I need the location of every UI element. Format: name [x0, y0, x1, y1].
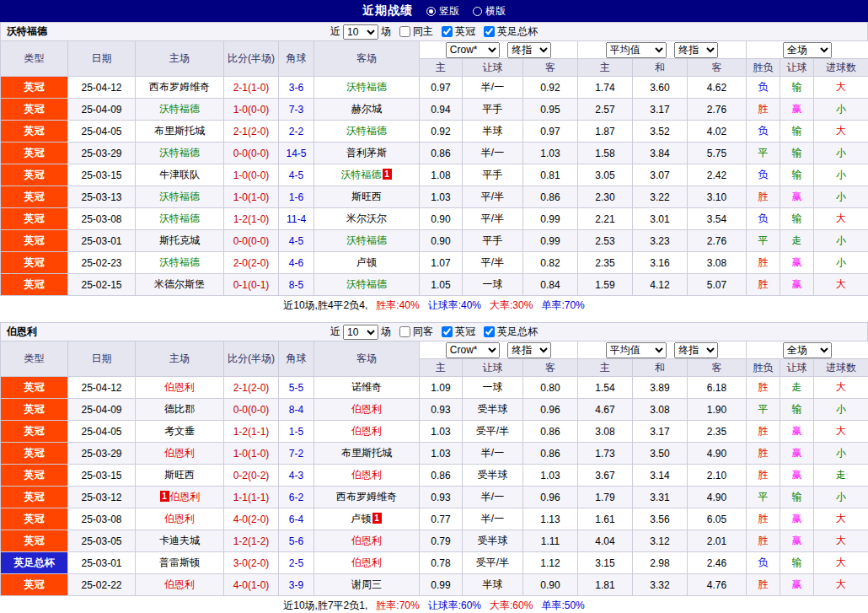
team-link[interactable]: 沃特福德 — [159, 147, 200, 159]
home-team-cell: 伯恩利 — [136, 443, 224, 465]
bookmaker-stage-select[interactable]: 终指 — [507, 42, 551, 58]
match-score[interactable]: 1-0(0-0) — [224, 99, 279, 121]
team-link[interactable]: 斯托克城 — [159, 234, 200, 246]
team-link[interactable]: 沃特福德 — [346, 234, 387, 246]
team-link[interactable]: 诺维奇 — [351, 381, 382, 393]
same-venue-checkbox[interactable] — [399, 326, 410, 337]
match-score[interactable]: 3-0(2-0) — [224, 552, 279, 574]
match-date: 25-04-05 — [68, 421, 136, 443]
league-checkbox[interactable] — [442, 326, 453, 337]
match-score[interactable]: 0-0(0-0) — [224, 230, 279, 252]
team-link[interactable]: 伯恩利 — [164, 447, 195, 459]
team-link[interactable]: 伯恩利 — [164, 513, 195, 524]
team-link[interactable]: 卡迪夫城 — [159, 535, 200, 546]
match-date: 25-03-08 — [68, 208, 136, 230]
match-score[interactable]: 1-0(0-0) — [224, 164, 279, 186]
summary-handicap-rate: 让球率:40% — [428, 298, 481, 313]
team-link[interactable]: 德比郡 — [164, 403, 195, 415]
match-score[interactable]: 2-0(2-0) — [224, 252, 279, 274]
euro-draw-odds: 3.84 — [633, 142, 688, 164]
cup-checkbox[interactable] — [484, 326, 495, 337]
corner-score: 4-3 — [279, 465, 314, 487]
match-score[interactable]: 4-0(1-0) — [224, 574, 279, 596]
match-score[interactable]: 0-0(0-0) — [224, 142, 279, 164]
team-link[interactable]: 赫尔城 — [351, 103, 382, 115]
team-link[interactable]: 沃特福德 — [159, 212, 200, 224]
match-count-select[interactable]: 10 — [343, 325, 378, 340]
team-link[interactable]: 沃特福德 — [159, 103, 200, 115]
match-score[interactable]: 1-2(1-2) — [224, 530, 279, 552]
team-link[interactable]: 伯恩利 — [164, 381, 195, 393]
team-link[interactable]: 牛津联队 — [159, 169, 200, 180]
team-link[interactable]: 斯旺西 — [351, 191, 382, 202]
team-link[interactable]: 沃特福德 — [346, 81, 387, 93]
match-score[interactable]: 2-1(1-0) — [224, 77, 279, 99]
match-score[interactable]: 2-1(2-0) — [224, 121, 279, 142]
team-link[interactable]: 布里斯托城 — [154, 125, 205, 137]
team-link[interactable]: 西布罗姆维奇 — [336, 491, 397, 503]
team-link[interactable]: 米德尔斯堡 — [154, 278, 205, 290]
team-link[interactable]: 普利茅斯 — [346, 147, 387, 159]
match-score[interactable]: 2-1(2-0) — [224, 377, 279, 399]
match-row: 英冠25-04-12西布罗姆维奇2-1(1-0)3-6沃特福德0.97半/一0.… — [1, 77, 868, 99]
match-result: 胜 — [747, 99, 780, 121]
team-link[interactable]: 沃特福德 — [159, 191, 200, 202]
team-link[interactable]: 伯恩利 — [351, 535, 382, 546]
match-score[interactable]: 1-2(1-0) — [224, 208, 279, 230]
away-team-cell: 沃特福德 — [314, 274, 420, 296]
team-link[interactable]: 沃特福德 — [341, 169, 382, 180]
bookmaker-select[interactable]: Crow* — [446, 342, 500, 358]
match-score[interactable]: 1-0(1-0) — [224, 443, 279, 465]
team-link[interactable]: 布里斯托城 — [341, 447, 392, 459]
team-link[interactable]: 伯恩利 — [164, 578, 195, 590]
layout-radio-horizontal[interactable]: 横版 — [473, 4, 506, 19]
league-type-badge: 英冠 — [1, 399, 68, 421]
match-score[interactable]: 4-0(2-0) — [224, 508, 279, 530]
team-link[interactable]: 米尔沃尔 — [346, 212, 387, 224]
team-link[interactable]: 伯恩利 — [351, 425, 382, 437]
team-link[interactable]: 普雷斯顿 — [159, 557, 200, 568]
asian-home-odds: 0.78 — [420, 552, 463, 574]
team-link[interactable]: 伯恩利 — [351, 403, 382, 415]
average-select[interactable]: 平均值 — [606, 42, 667, 58]
layout-radio-vertical[interactable]: 竖版 — [426, 4, 459, 19]
match-score[interactable]: 0-0(0-0) — [224, 399, 279, 421]
team-link[interactable]: 沃特福德 — [346, 125, 387, 137]
bookmaker-stage-select[interactable]: 终指 — [507, 342, 551, 358]
away-team-cell: 伯恩利 — [314, 465, 420, 487]
team-link[interactable]: 伯恩利 — [170, 491, 201, 503]
match-score[interactable]: 1-2(1-1) — [224, 421, 279, 443]
team-link[interactable]: 谢周三 — [351, 578, 382, 590]
scope-select[interactable]: 全场 — [783, 42, 832, 58]
col-asian-result-header: 让球 — [780, 359, 814, 377]
cup-checkbox[interactable] — [484, 26, 495, 37]
league-type-badge: 英足总杯 — [1, 552, 68, 574]
team-link[interactable]: 伯恩利 — [351, 469, 382, 481]
league-checkbox[interactable] — [442, 26, 453, 37]
match-score[interactable]: 0-2(0-2) — [224, 465, 279, 487]
match-score[interactable]: 1-1(1-1) — [224, 487, 279, 508]
match-count-select[interactable]: 10 — [343, 24, 378, 40]
match-score[interactable]: 0-1(0-1) — [224, 274, 279, 296]
handicap-result: 输 — [780, 208, 814, 230]
match-score[interactable]: 1-0(1-0) — [224, 186, 279, 208]
bookmaker-select[interactable]: Crow* — [446, 42, 500, 58]
average-stage-select[interactable]: 终指 — [674, 42, 718, 58]
league-type-badge: 英冠 — [1, 508, 68, 530]
team-link[interactable]: 卢顿 — [351, 513, 372, 524]
scope-select[interactable]: 全场 — [783, 342, 832, 358]
team-link[interactable]: 沃特福德 — [159, 256, 200, 268]
handicap-result: 赢 — [780, 508, 814, 530]
team-link[interactable]: 伯恩利 — [351, 557, 382, 568]
match-result: 胜 — [747, 377, 780, 399]
team-link[interactable]: 斯旺西 — [164, 469, 195, 481]
average-stage-select[interactable]: 终指 — [674, 342, 718, 358]
team-link[interactable]: 考文垂 — [164, 425, 195, 437]
team-link[interactable]: 沃特福德 — [346, 278, 387, 290]
team-link[interactable]: 卢顿 — [356, 256, 377, 268]
average-select[interactable]: 平均值 — [606, 342, 667, 358]
asian-away-odds: 1.03 — [523, 465, 578, 487]
team-link[interactable]: 西布罗姆维奇 — [149, 81, 210, 93]
col-asian-line-header: 让球 — [463, 359, 523, 377]
same-venue-checkbox[interactable] — [399, 26, 410, 37]
